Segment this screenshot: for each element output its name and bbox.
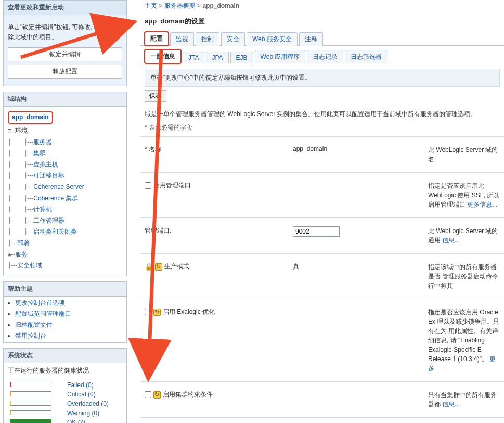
prop-cluster-constraint-label: 启用集群约束条件 xyxy=(163,390,213,399)
restart-icon xyxy=(153,391,161,399)
prop-adminport-label: 管理端口: xyxy=(145,226,171,235)
health-link[interactable]: Failed (0) xyxy=(67,381,94,389)
tab-Web 服务安全[interactable]: Web 服务安全 xyxy=(247,32,298,46)
help-link[interactable]: 配置域范围管理端口 xyxy=(15,310,71,317)
info-bar: 单击"更改中心"中的锁定并编辑按钮可修改此页中的设置。 xyxy=(145,69,500,87)
prop-adminport-enabled-label: 启用管理端口 xyxy=(153,181,191,190)
more-info-link[interactable]: 更多信息... xyxy=(467,201,497,208)
prop-name-help: 此 WebLogic Server 域的名 xyxy=(428,145,500,164)
health-link[interactable]: Critical (0) xyxy=(67,391,96,398)
help-link[interactable]: 归档配置文件 xyxy=(15,321,53,328)
help-link[interactable]: 更改控制台首选项 xyxy=(15,299,65,306)
breadcrumb-servers[interactable]: 服务器概要 xyxy=(164,2,196,9)
tree-services[interactable]: 服务 xyxy=(15,251,28,258)
tree-item[interactable]: Coherence 集群 xyxy=(33,195,78,202)
tab-安全[interactable]: 安全 xyxy=(221,32,245,46)
tree-deploy[interactable]: 部署 xyxy=(17,239,30,247)
subtab-Web 应用程序[interactable]: Web 应用程序 xyxy=(255,50,306,63)
subtab-EJB[interactable]: EJB xyxy=(230,52,253,63)
domain-root[interactable]: app_domain xyxy=(8,111,53,124)
prop-prodmode-label: 生产模式: xyxy=(164,262,191,271)
more-info-link[interactable]: 信息... xyxy=(442,237,460,244)
health-bar xyxy=(10,419,51,423)
cluster-constraint-checkbox[interactable] xyxy=(145,391,151,398)
system-status-title: 系统状态 xyxy=(4,349,126,363)
prop-name-label: * 名称 xyxy=(145,145,161,154)
admin-port-input[interactable] xyxy=(293,226,340,237)
health-bar xyxy=(10,391,51,396)
prop-exalogic-label: 启用 Exalogic 优化 xyxy=(163,307,215,316)
change-center-title: 查看更改和重新启动 xyxy=(4,1,126,15)
tree-env[interactable]: 环境 xyxy=(15,127,28,134)
breadcrumb: 主页 > 服务器概要 > app_domain xyxy=(140,0,504,17)
change-center-desc: 单击"锁定并编辑"按钮, 可修改, 添加或删除此域中的项目。 xyxy=(8,22,122,42)
domain-structure-title: 域结构 xyxy=(4,92,126,107)
system-status-desc: 正在运行的服务器的健康状况 xyxy=(4,363,126,376)
admin-port-enabled-checkbox[interactable] xyxy=(145,182,151,189)
tree-item[interactable]: 计算机 xyxy=(33,206,52,213)
tree-item[interactable]: Coherence Server xyxy=(33,183,84,190)
health-bar xyxy=(10,382,51,387)
release-config-button[interactable]: 释放配置 xyxy=(8,65,122,79)
subtab-日志筛选器[interactable]: 日志筛选器 xyxy=(345,50,387,63)
exalogic-checkbox[interactable] xyxy=(145,309,151,315)
breadcrumb-current: app_domain xyxy=(202,2,239,9)
subtab-JTA[interactable]: JTA xyxy=(183,52,204,63)
subtab-日志记录[interactable]: 日志记录 xyxy=(307,50,343,63)
tab-监视[interactable]: 监视 xyxy=(170,32,194,46)
tab-配置[interactable]: 配置 xyxy=(145,32,169,46)
required-note: * 表示必需的字段 xyxy=(140,121,504,136)
tree-item[interactable]: 虚拟主机 xyxy=(33,161,58,168)
tree-item[interactable]: 启动类和关闭类 xyxy=(33,228,77,235)
tree-item[interactable]: 服务器 xyxy=(33,138,52,146)
tree-item[interactable]: 集群 xyxy=(33,149,46,157)
page-title: app_domain的设置 xyxy=(140,17,504,31)
restart-icon xyxy=(155,263,162,271)
help-topics-title: 帮助主题 xyxy=(4,282,126,297)
prop-prodmode-value: 真 xyxy=(293,262,428,271)
lock-icon: 🔒 xyxy=(145,263,153,271)
health-link[interactable]: OK (2) xyxy=(67,419,85,423)
prop-name-value: app_domain xyxy=(293,145,428,152)
help-link[interactable]: 禁用控制台 xyxy=(15,332,46,339)
domain-tree: app_domain ⊟--环境 | |---服务器| |---集群| |---… xyxy=(4,107,126,275)
more-info-link[interactable]: 信息... xyxy=(442,401,460,408)
save-button-top[interactable]: 保存 xyxy=(145,90,166,102)
restart-icon xyxy=(153,309,161,316)
health-link[interactable]: Warning (0) xyxy=(67,409,99,417)
subtab-JPA[interactable]: JPA xyxy=(206,52,228,63)
lock-edit-button[interactable]: 锁定并编辑 xyxy=(8,47,122,61)
tab-控制[interactable]: 控制 xyxy=(196,32,219,46)
tree-item[interactable]: 可迁移目标 xyxy=(33,172,64,179)
health-bar xyxy=(10,401,51,406)
breadcrumb-home[interactable]: 主页 xyxy=(145,2,157,9)
domain-description: 域是一单个管理服务器管理的 WebLogic Server 实例的集合。使用此页… xyxy=(140,104,504,121)
tree-security-realms[interactable]: 安全领域 xyxy=(17,262,42,269)
health-link[interactable]: Overloaded (0) xyxy=(67,400,109,407)
tree-item[interactable]: 工作管理器 xyxy=(33,217,64,224)
tab-注释[interactable]: 注释 xyxy=(299,32,323,46)
health-bar xyxy=(10,410,51,415)
subtab-一般信息[interactable]: 一般信息 xyxy=(145,49,181,63)
